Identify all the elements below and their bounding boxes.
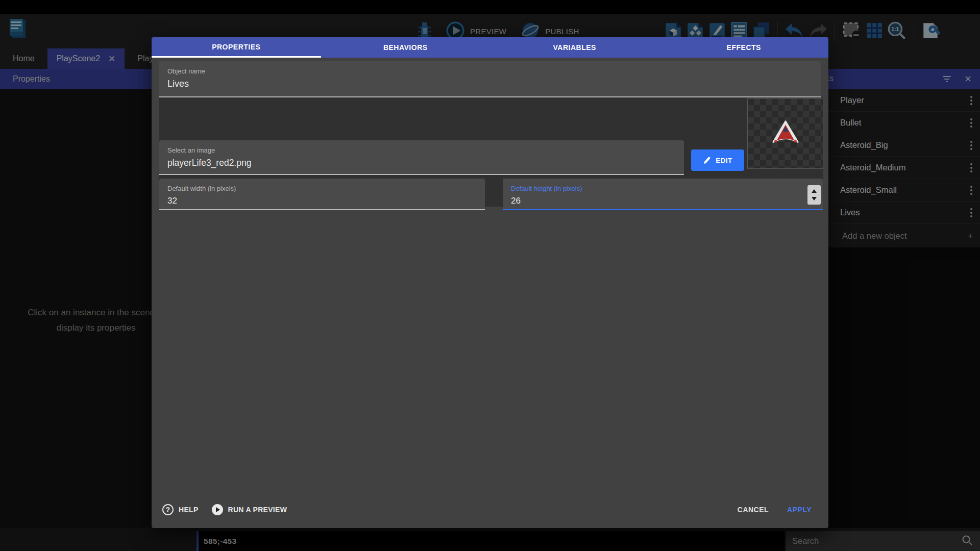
help-icon: ? xyxy=(162,504,174,515)
tab-variables[interactable]: VARIABLES xyxy=(490,37,659,58)
select-image-label: Select an image xyxy=(167,146,676,154)
tab-behaviors[interactable]: BEHAVIORS xyxy=(321,37,491,58)
default-width-field[interactable]: Default width (in pixels) xyxy=(159,179,485,210)
dialog-footer: ? HELP RUN A PREVIEW CANCEL APPLY xyxy=(152,491,828,528)
select-image-field[interactable]: Select an image xyxy=(159,140,684,175)
pencil-icon xyxy=(703,156,712,165)
number-stepper[interactable] xyxy=(807,185,821,205)
object-name-label: Object name xyxy=(167,67,813,75)
tab-properties[interactable]: PROPERTIES xyxy=(152,37,321,58)
edit-image-button[interactable]: EDIT xyxy=(691,149,744,171)
run-preview-button[interactable]: RUN A PREVIEW xyxy=(212,504,287,515)
stepper-down-icon[interactable] xyxy=(812,197,817,201)
tab-effects[interactable]: EFFECTS xyxy=(659,37,829,58)
default-height-label: Default height (in pixels) xyxy=(511,185,815,192)
object-name-field[interactable]: Object name xyxy=(159,61,821,97)
object-properties-dialog: PROPERTIES BEHAVIORS VARIABLES EFFECTS O… xyxy=(152,37,828,528)
cancel-button[interactable]: CANCEL xyxy=(738,506,769,514)
default-height-input[interactable] xyxy=(511,196,815,206)
object-name-input[interactable] xyxy=(167,79,813,89)
default-height-field[interactable]: Default height (in pixels) xyxy=(503,179,823,210)
default-width-label: Default width (in pixels) xyxy=(167,185,477,192)
sprite-thumbnail xyxy=(747,98,823,169)
ship-sprite-icon xyxy=(770,120,801,147)
play-icon xyxy=(212,504,223,515)
image-filename-input[interactable] xyxy=(167,158,676,168)
help-button[interactable]: ? HELP xyxy=(162,504,199,515)
stepper-up-icon[interactable] xyxy=(812,189,817,193)
dialog-tabbar: PROPERTIES BEHAVIORS VARIABLES EFFECTS xyxy=(152,37,828,58)
default-width-input[interactable] xyxy=(167,196,477,206)
apply-button[interactable]: APPLY xyxy=(787,506,812,514)
